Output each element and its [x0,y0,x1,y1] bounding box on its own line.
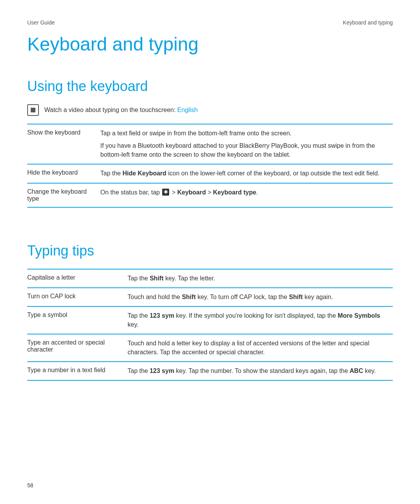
keyboard-actions-table: Show the keyboardTap a text field or swi… [27,124,393,208]
settings-icon: ✱ [162,189,169,196]
row-content: Touch and hold the Shift key. To turn of… [128,288,393,306]
section-heading: Using the keyboard [27,78,393,94]
table-row: Capitalise a letterTap the Shift key. Ta… [27,269,393,288]
header-left: User Guide [27,19,55,26]
video-icon [27,104,39,116]
row-label: Turn on CAP lock [27,288,128,306]
row-label: Show the keyboard [27,124,100,164]
row-label: Change the keyboard type [27,183,100,207]
typing-tips-table: Capitalise a letterTap the Shift key. Ta… [27,269,393,381]
table-row: Change the keyboard typeOn the status ba… [27,183,393,207]
table-row: Show the keyboardTap a text field or swi… [27,124,393,164]
row-content: Tap a text field or swipe in from the bo… [100,124,393,164]
row-content: Tap the Hide Keyboard icon on the lower-… [100,164,393,183]
row-content: Touch and hold a letter key to display a… [128,334,393,362]
page-title: Keyboard and typing [27,33,393,55]
video-caption: Watch a video about typing on the touchs… [44,107,198,114]
row-label: Type a number in a text field [27,362,128,380]
table-row: Hide the keyboardTap the Hide Keyboard i… [27,164,393,183]
row-label: Hide the keyboard [27,164,100,183]
row-label: Type an accented or special character [27,334,128,362]
table-row: Type a number in a text fieldTap the 123… [27,362,393,380]
video-link[interactable]: English [177,107,198,113]
table-row: Turn on CAP lockTouch and hold the Shift… [27,288,393,306]
table-row: Type an accented or special characterTou… [27,334,393,362]
row-content: On the status bar, tap ✱ > Keyboard > Ke… [100,183,393,207]
page-number: 58 [27,482,33,488]
table-row: Type a symbolTap the 123 sym key. If the… [27,306,393,334]
row-content: Tap the 123 sym key. Tap the number. To … [128,362,393,380]
section-heading: Typing tips [27,243,393,259]
row-label: Type a symbol [27,306,128,334]
row-content: Tap the Shift key. Tap the letter. [128,269,393,288]
header-right: Keyboard and typing [343,19,393,26]
row-label: Capitalise a letter [27,269,128,288]
row-content: Tap the 123 sym key. If the symbol you'r… [128,306,393,334]
